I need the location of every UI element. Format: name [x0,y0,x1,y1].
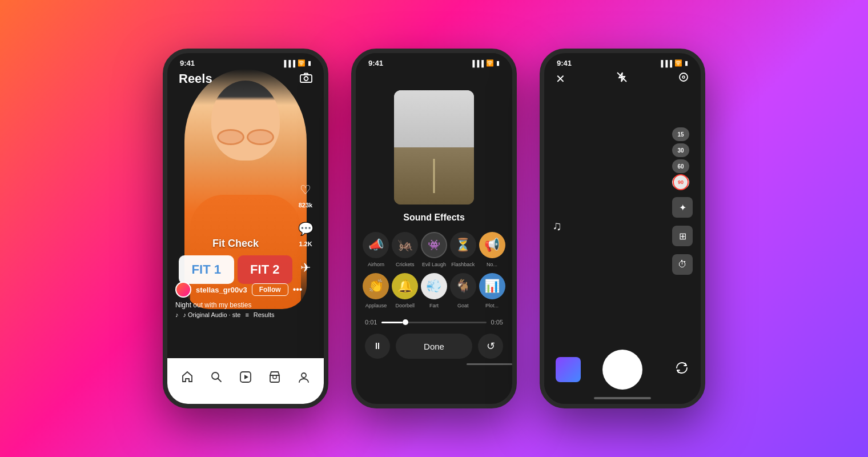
goat-icon: 🐐 [450,273,476,299]
doorbell-icon: 🔔 [392,273,418,299]
sound-flashback[interactable]: ⏳ Flashback [449,232,476,267]
nav-reels[interactable] [234,366,257,388]
phone-2-sound-effects: 9:41 ▐▐▐ 🛜 ▮ Sound Effects 📣 [351,49,517,408]
signal-icon: ▐▐▐ [659,60,672,67]
head-shape [211,81,280,161]
plot-label: Plot... [485,303,499,308]
poll-option-2[interactable]: FIT 2 [238,255,293,284]
no-icon: 📢 [479,232,505,258]
audio-row: ♪ ♪ Original Audio · ste ≡ Results [175,311,292,318]
comment-count: 1.2K [299,240,312,247]
capture-button[interactable] [602,350,642,390]
signal-icon: ▐▐▐ [471,60,484,67]
close-button[interactable]: ✕ [556,72,565,86]
status-icons: ▐▐▐ 🛜 ▮ [282,59,311,67]
caption: Night out with my besties [175,301,292,309]
action-bar: ♡ 823k 💬 1.2K ✈ [295,180,316,278]
music-icon[interactable]: ♫ [552,219,562,234]
poll-title: Fit Check [179,238,292,250]
duration-60[interactable]: 60 [672,159,689,173]
phone-3-camera: 9:41 ▐▐▐ 🛜 ▮ ✕ ♫ [540,49,705,408]
signal-icon: ▐▐▐ [282,60,295,67]
pause-button[interactable]: ⏸ [365,334,390,359]
flip-camera-button[interactable] [674,360,689,379]
svg-rect-0 [300,75,312,82]
audio-label[interactable]: ♪ Original Audio · ste [183,311,241,318]
sound-no[interactable]: 📢 No... [479,232,505,267]
battery-icon: ▮ [685,59,688,67]
wifi-icon: 🛜 [486,59,494,67]
like-action[interactable]: ♡ 823k [295,180,316,209]
gallery-thumbnail[interactable] [556,357,581,382]
home-indicator [467,363,512,365]
glasses [214,129,277,146]
layout-tool[interactable]: ⊞ [672,226,693,246]
comment-action[interactable]: 💬 1.2K [295,219,316,247]
results-label[interactable]: Results [254,311,275,318]
evil-laugh-icon: 👾 [421,232,447,258]
more-options-icon[interactable]: ••• [293,284,303,295]
sound-airhorn[interactable]: 📣 Airhorn [363,232,389,267]
camera-icon[interactable] [300,73,312,86]
flash-off-icon[interactable] [616,71,628,86]
status-icons: ▐▐▐ 🛜 ▮ [471,59,500,67]
glasses-lens-right [247,129,274,145]
sound-evil-laugh[interactable]: 👾 Evil Laugh [421,232,448,267]
sound-goat[interactable]: 🐐 Goat [449,273,476,308]
applause-label: Applause [365,303,387,308]
battery-icon: ▮ [496,59,500,67]
preview-video [394,90,474,205]
username[interactable]: stellas_gr00v3 [196,286,247,294]
preview-sky [394,90,474,147]
time-current: 0:01 [365,319,377,326]
replay-button[interactable]: ↺ [478,334,503,359]
poll-overlay: Fit Check FIT 1 FIT 2 [179,238,292,284]
duration-15[interactable]: 15 [672,127,689,141]
ground [544,49,701,53]
share-action[interactable]: ✈ [295,258,316,278]
avatar[interactable] [175,282,191,298]
progress-fill [381,322,403,323]
crickets-icon: 🦗 [392,232,418,258]
nav-shop[interactable] [263,366,286,388]
duration-30[interactable]: 30 [672,143,689,157]
timer-tool[interactable]: ⏱ [672,254,693,275]
status-time: 9:41 [557,59,572,67]
effects-tool[interactable]: ✦ [672,197,693,218]
progress-bar-container: 0:01 0:05 [365,319,503,326]
settings-icon[interactable] [678,71,689,86]
phone-1-reels: 9:41 ▐▐▐ 🛜 ▮ Reels ♡ 823k [163,49,328,408]
nav-profile[interactable] [292,366,315,388]
no-label: No... [487,262,497,267]
poll-option-1[interactable]: FIT 1 [179,255,234,284]
wifi-icon: 🛜 [298,59,306,67]
sound-plot[interactable]: 📊 Plot... [479,273,505,308]
airhorn-icon: 📣 [363,232,389,258]
sound-applause[interactable]: 👏 Applause [363,273,389,308]
heart-icon: ♡ [295,180,316,201]
music-note-icon: ♪ [175,311,179,318]
follow-button[interactable]: Follow [252,283,288,296]
user-bar: stellas_gr00v3 Follow ••• Night out with… [175,282,292,318]
airhorn-label: Airhorn [368,262,384,267]
glasses-lens-left [217,129,244,145]
camera-bottom-bar [544,335,701,404]
sound-doorbell[interactable]: 🔔 Doorbell [392,273,419,308]
flashback-label: Flashback [451,262,475,267]
camera-tools: 15 30 60 90 ✦ ⊞ ⏱ [672,127,693,275]
svg-point-8 [680,73,688,81]
nav-home[interactable] [176,366,199,388]
list-icon: ≡ [245,311,248,318]
status-icons: ▐▐▐ 🛜 ▮ [659,59,688,67]
nav-search[interactable] [205,366,228,388]
progress-track[interactable] [381,322,486,323]
sound-fart[interactable]: 💨 Fart [421,273,448,308]
status-time: 9:41 [368,59,383,67]
progress-section: 0:01 0:05 ⏸ Done ↺ [356,314,512,363]
duration-90-active[interactable]: 90 [672,175,689,189]
reels-header: Reels [167,71,324,86]
sound-crickets[interactable]: 🦗 Crickets [392,232,419,267]
progress-thumb [403,319,408,325]
done-button[interactable]: Done [396,334,472,359]
duration-buttons: 15 30 60 90 [672,127,693,189]
